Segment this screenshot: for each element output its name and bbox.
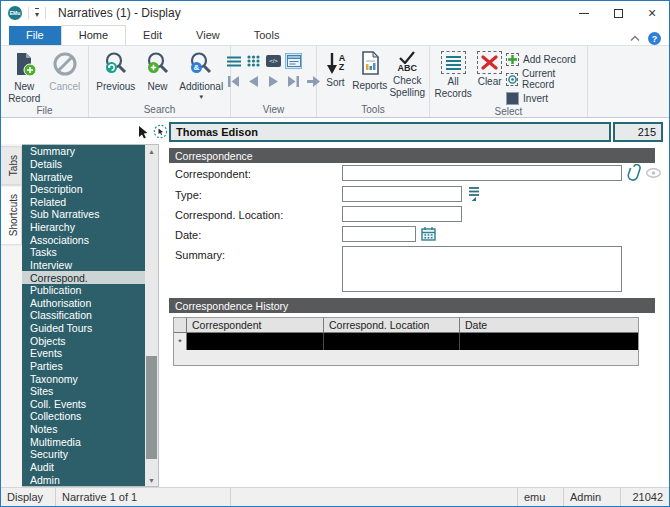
date-input[interactable] — [342, 226, 416, 242]
sort-button[interactable]: AZ Sort — [320, 49, 351, 89]
sidebar-item-associations[interactable]: Associations — [22, 233, 145, 246]
sidebar-item-classification[interactable]: Classification — [22, 309, 145, 322]
reports-button[interactable]: Reports — [351, 49, 389, 92]
tab-home[interactable]: Home — [61, 25, 126, 45]
scroll-up-icon[interactable]: ▲ — [145, 145, 158, 157]
grid-view-icon[interactable] — [245, 53, 262, 69]
minimize-button[interactable] — [567, 1, 601, 25]
sidebar-item-collections[interactable]: Collections — [22, 410, 145, 423]
type-input[interactable] — [342, 186, 462, 202]
quick-access-dropdown-icon[interactable]: ▾ — [35, 8, 39, 19]
lasso-select-icon[interactable] — [153, 124, 167, 139]
sidebar-item-guided-tours[interactable]: Guided Tours — [22, 322, 145, 335]
code-view-icon[interactable]: </> — [265, 53, 282, 69]
history-table-new-row[interactable]: * — [174, 333, 638, 350]
close-button[interactable]: × — [635, 1, 669, 25]
cell-date[interactable] — [460, 333, 638, 350]
sidebar-item-security[interactable]: Security — [22, 448, 145, 461]
cell-correspondent[interactable] — [187, 333, 324, 350]
previous-search-button[interactable]: Previous — [92, 49, 140, 93]
pointer-cursor-icon[interactable] — [137, 125, 148, 139]
clear-selection-button[interactable]: Clear — [473, 49, 506, 88]
sidebar-item-interview[interactable]: Interview — [22, 259, 145, 272]
correspondent-input[interactable] — [342, 165, 622, 181]
tab-view[interactable]: View — [179, 26, 237, 45]
view-attachment-eye-icon[interactable] — [646, 168, 661, 180]
window-title: Narratives (1) - Display — [58, 6, 181, 20]
file-group-label: File — [1, 104, 88, 118]
correspond-location-input[interactable] — [342, 206, 462, 222]
cancel-button[interactable]: Cancel — [45, 49, 86, 93]
sidebar-item-narrative[interactable]: Narrative — [22, 170, 145, 183]
sidebar-item-summary[interactable]: Summary — [22, 145, 145, 158]
sidebar-item-hierarchy[interactable]: Hierarchy — [22, 221, 145, 234]
sidebar-item-parties[interactable]: Parties — [22, 360, 145, 373]
check-spelling-label: Check Spelling — [388, 75, 426, 98]
titlebar: EMu ▾ Narratives (1) - Display × — [1, 1, 669, 25]
tab-edit[interactable]: Edit — [126, 26, 179, 45]
help-icon[interactable]: ? — [648, 32, 661, 45]
body-area: Tabs Shortcuts Summary Details Narrative… — [1, 144, 669, 487]
cancel-label: Cancel — [49, 81, 80, 93]
tab-file[interactable]: File — [9, 26, 61, 45]
sidebar-item-description[interactable]: Description — [22, 183, 145, 196]
record-title: Thomas Edison — [169, 122, 611, 142]
new-search-label: New — [148, 81, 168, 93]
lookup-list-icon[interactable] — [467, 186, 481, 204]
sidebar-item-sub-narratives[interactable]: Sub Narratives — [22, 208, 145, 221]
summary-input[interactable] — [342, 246, 622, 292]
window-controls: × — [567, 1, 669, 25]
list-view-icon[interactable] — [225, 53, 242, 69]
sidebar-item-tasks[interactable]: Tasks — [22, 246, 145, 259]
sidebar-item-admin[interactable]: Admin — [22, 473, 145, 486]
app-logo-icon: EMu — [8, 6, 22, 20]
sidebar-item-objects[interactable]: Objects — [22, 334, 145, 347]
sidebar-item-correspond[interactable]: Correspond. — [22, 271, 145, 284]
calendar-icon[interactable] — [421, 226, 436, 243]
add-record-button[interactable]: Add Record — [506, 53, 584, 66]
side-tab-shortcuts[interactable]: Shortcuts — [1, 185, 22, 245]
sidebar-item-notes[interactable]: Notes — [22, 423, 145, 436]
view-group-label: View — [231, 103, 316, 117]
col-correspondent[interactable]: Correspondent — [187, 318, 324, 333]
form-view-icon[interactable] — [285, 53, 302, 69]
sidebar-item-coll-events[interactable]: Coll. Events — [22, 398, 145, 411]
current-record-button[interactable]: Current Record — [506, 68, 584, 90]
correspondence-section-header: Correspondence — [169, 148, 655, 163]
side-tabstrip: Tabs Shortcuts — [1, 144, 22, 487]
invert-selection-button[interactable]: Invert — [506, 92, 584, 105]
new-record-button[interactable]: New Record — [4, 49, 45, 104]
attach-icon[interactable] — [627, 164, 644, 184]
sidebar-item-taxonomy[interactable]: Taxonomy — [22, 372, 145, 385]
sidebar-item-authorisation[interactable]: Authorisation — [22, 297, 145, 310]
collapse-ribbon-icon[interactable] — [630, 35, 640, 42]
previous-record-icon[interactable] — [245, 73, 262, 89]
sidebar-item-publication[interactable]: Publication — [22, 284, 145, 297]
col-date[interactable]: Date — [460, 318, 638, 333]
sidebar-item-audit[interactable]: Audit — [22, 461, 145, 474]
scrollbar-thumb[interactable] — [146, 356, 157, 458]
additional-search-icon: & — [188, 51, 214, 79]
tab-tools[interactable]: Tools — [237, 26, 297, 45]
sidebar-item-sites[interactable]: Sites — [22, 385, 145, 398]
sidebar-item-multimedia[interactable]: Multimedia — [22, 435, 145, 448]
check-spelling-button[interactable]: ABC Check Spelling — [388, 49, 426, 98]
correspondent-label: Correspondent: — [175, 168, 251, 180]
last-record-icon[interactable] — [285, 73, 302, 89]
sidebar-item-details[interactable]: Details — [22, 158, 145, 171]
maximize-button[interactable] — [601, 1, 635, 25]
first-record-icon[interactable] — [225, 73, 242, 89]
all-records-button[interactable]: All Records — [433, 49, 473, 99]
additional-dropdown-caret-icon: ▾ — [199, 93, 203, 100]
status-record-count: Narrative 1 of 1 — [56, 488, 231, 506]
cell-correspond-location[interactable] — [324, 333, 460, 350]
next-record-icon[interactable] — [265, 73, 282, 89]
sidebar-item-events[interactable]: Events — [22, 347, 145, 360]
new-search-button[interactable]: New — [140, 49, 176, 93]
sidebar-scrollbar[interactable]: ▲ ▼ — [145, 145, 158, 486]
additional-search-button[interactable]: & Additional ▾ — [175, 49, 227, 100]
sidebar-item-related[interactable]: Related — [22, 196, 145, 209]
scroll-down-icon[interactable]: ▼ — [145, 474, 158, 486]
side-tab-tabs[interactable]: Tabs — [1, 146, 22, 185]
col-correspond-location[interactable]: Correspond. Location — [324, 318, 460, 333]
